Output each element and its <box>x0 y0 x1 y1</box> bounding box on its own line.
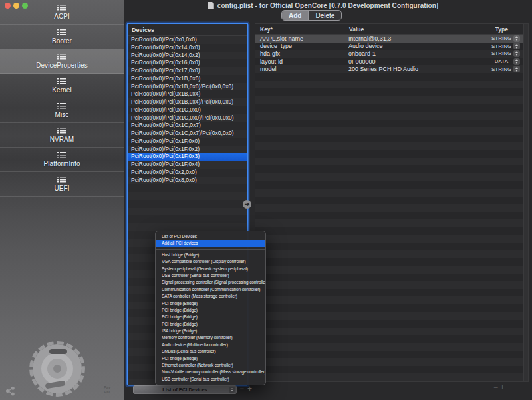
menu-item[interactable]: Add all PCI devices <box>156 240 265 247</box>
sidebar-item-label: DeviceProperties <box>36 62 88 69</box>
device-list-item[interactable]: PciRoot(0x0)/Pci(0x1C,0x0) <box>128 106 247 114</box>
menu-item[interactable]: Ethernet controller (Network controller) <box>156 362 265 369</box>
popup-chevrons-icon <box>229 387 235 393</box>
property-type: STRING <box>487 43 512 49</box>
property-value: Audio device <box>344 43 487 49</box>
menu-item[interactable]: Memory controller (Memory controller) <box>156 334 265 341</box>
menu-item[interactable]: Audio device (Multimedia controller) <box>156 342 265 348</box>
list-icon <box>57 5 66 11</box>
menu-item[interactable]: Signal processing controller (Signal pro… <box>156 279 265 286</box>
device-list-item[interactable]: PciRoot(0x0)/Pci(0x0,0x0) <box>128 36 247 44</box>
table-row[interactable]: device_type Audio device STRING <box>255 43 528 50</box>
add-button[interactable]: Add <box>282 11 308 20</box>
device-list-item[interactable]: PciRoot(0x0)/Pci(0x17,0x0) <box>128 67 247 75</box>
table-remove-button[interactable]: − <box>493 383 498 393</box>
device-list-item[interactable]: PciRoot(0x0)/Pci(0x8,0x0) <box>128 177 247 185</box>
menu-item[interactable]: USB controller (Serial bus controller) <box>156 376 265 383</box>
table-row[interactable]: model 200 Series PCH HD Audio STRING <box>255 65 528 73</box>
vertical-scrollbar[interactable] <box>523 24 528 381</box>
menu-item[interactable]: Host bridge (Bridge) <box>156 252 265 258</box>
remove-item-button[interactable]: − <box>239 384 244 394</box>
sidebar-item[interactable]: Misc <box>0 98 124 123</box>
column-header-type[interactable]: Type <box>487 24 512 34</box>
sidebar-item[interactable]: UEFI <box>0 172 124 197</box>
property-value: 200 Series PCH HD Audio <box>344 66 487 72</box>
device-list-item[interactable]: PciRoot(0x0)/Pci(0x1F,0x0) <box>128 138 247 146</box>
sidebar-item[interactable]: Booter <box>0 25 124 49</box>
delete-button[interactable]: Delete <box>308 11 341 20</box>
menu-item[interactable]: List of PCI Devices <box>156 233 265 240</box>
properties-table: Key* Value Type AAPL,slot-name Internal@… <box>255 23 529 382</box>
table-row[interactable]: hda-gfx onboard-1 STRING <box>255 50 528 58</box>
type-stepper[interactable] <box>513 58 520 65</box>
menu-item[interactable]: Non-Volatile memory controller (Mass sto… <box>156 369 265 375</box>
sidebar-item[interactable]: NVRAM <box>0 123 124 148</box>
transfer-arrow-button[interactable]: ➔ <box>243 200 251 209</box>
device-list-item[interactable]: PciRoot(0x0)/Pci(0x1C,0x7)/Pci(0x0,0x0) <box>128 130 247 138</box>
list-popup-button[interactable]: List of PCI Devices <box>133 385 237 394</box>
sidebar-item-label: Misc <box>55 111 69 118</box>
minimize-button[interactable] <box>13 3 19 9</box>
list-add-remove-controls: − + <box>239 384 252 394</box>
device-list-item[interactable]: PciRoot(0x0)/Pci(0x1F,0x4) <box>128 161 247 169</box>
menu-item[interactable]: PCI bridge (Bridge) <box>156 300 265 307</box>
menu-item[interactable]: Communication controller (Communication … <box>156 286 265 293</box>
zoom-button[interactable] <box>22 3 28 9</box>
device-list-item[interactable]: PciRoot(0x0)/Pci(0x2,0x0) <box>128 169 247 177</box>
list-icon <box>57 54 66 60</box>
device-list-item[interactable]: PciRoot(0x0)/Pci(0x1F,0x2) <box>128 146 247 153</box>
sidebar-item[interactable]: Kernel <box>0 74 124 98</box>
device-list-item[interactable]: PciRoot(0x0)/Pci(0x1C,0x7) <box>128 122 247 130</box>
sidebar-item-label: Kernel <box>52 86 72 94</box>
sidebar-nav: ACPI Booter DeviceProperties Kernel Misc… <box>0 0 124 197</box>
property-type: STRING <box>487 66 512 72</box>
sidebar-item-label: UEFI <box>54 185 69 192</box>
menu-item[interactable]: USB controller (Serial bus controller) <box>156 272 265 279</box>
list-icon <box>57 103 66 110</box>
device-list-item[interactable]: PciRoot(0x0)/Pci(0x14,0x0) <box>128 44 247 52</box>
device-list-item[interactable]: PciRoot(0x0)/Pci(0x1F,0x3) <box>128 153 247 161</box>
column-header-value[interactable]: Value <box>344 24 487 34</box>
list-icon <box>57 78 66 85</box>
menu-item[interactable]: System peripheral (Generic system periph… <box>156 266 265 272</box>
property-type: STRING <box>487 35 512 41</box>
property-value: onboard-1 <box>344 50 487 57</box>
sidebar-item-label: Booter <box>52 37 72 45</box>
type-stepper[interactable] <box>513 50 520 57</box>
sidebar-item[interactable]: PlatformInfo <box>0 148 124 172</box>
type-stepper[interactable] <box>513 35 520 42</box>
table-row[interactable]: layout-id 0F000000 DATA <box>255 58 528 66</box>
device-list-item[interactable]: PciRoot(0x0)/Pci(0x1B,0x0) <box>128 75 247 83</box>
add-item-button[interactable]: + <box>247 384 252 394</box>
type-stepper[interactable] <box>513 43 520 49</box>
sidebar-item[interactable]: DeviceProperties <box>0 49 124 74</box>
table-row[interactable]: AAPL,slot-name Internal@0,31,3 STRING <box>255 35 528 43</box>
device-list-item[interactable]: PciRoot(0x0)/Pci(0x1B,0x4)/Pci(0x0,0x0) <box>128 98 247 106</box>
table-add-button[interactable]: + <box>500 383 505 393</box>
window-title: config.plist - for Official OpenCore [0.… <box>217 2 438 9</box>
menu-item[interactable]: VGA compatible controller (Display contr… <box>156 258 265 265</box>
menu-item[interactable]: SATA controller (Mass storage controller… <box>156 293 265 300</box>
device-list-item[interactable]: PciRoot(0x0)/Pci(0x16,0x0) <box>128 59 247 67</box>
menu-item[interactable]: SMBus (Serial bus controller) <box>156 348 265 355</box>
device-list-item[interactable]: PciRoot(0x0)/Pci(0x1B,0x0)/Pci(0x0,0x0) <box>128 83 247 91</box>
menu-item[interactable]: ISA bridge (Bridge) <box>156 328 265 334</box>
paypal-donate-button[interactable]: Pay Pal <box>104 385 111 395</box>
close-button[interactable] <box>5 3 11 9</box>
device-list-item[interactable]: PciRoot(0x0)/Pci(0x1C,0x0)/Pci(0x0,0x0) <box>128 114 247 122</box>
device-list-item[interactable]: PciRoot(0x0)/Pci(0x1B,0x4) <box>128 90 247 98</box>
menu-item[interactable]: PCI bridge (Bridge) <box>156 321 265 328</box>
sidebar-item-label: ACPI <box>54 13 70 20</box>
list-icon <box>57 152 66 159</box>
list-icon <box>57 177 66 183</box>
title-bar: config.plist - for Official OpenCore [0.… <box>124 0 532 11</box>
menu-item[interactable]: PCI bridge (Bridge) <box>156 314 265 320</box>
table-add-remove-controls: − + <box>493 383 505 393</box>
list-icon <box>57 29 66 36</box>
menu-item[interactable]: PCI bridge (Bridge) <box>156 307 265 314</box>
device-list-item[interactable]: PciRoot(0x0)/Pci(0x14,0x2) <box>128 52 247 60</box>
column-header-key[interactable]: Key* <box>255 24 344 34</box>
type-stepper[interactable] <box>513 66 520 72</box>
menu-item[interactable]: PCI bridge (Bridge) <box>156 355 265 362</box>
share-icon[interactable] <box>5 386 15 396</box>
